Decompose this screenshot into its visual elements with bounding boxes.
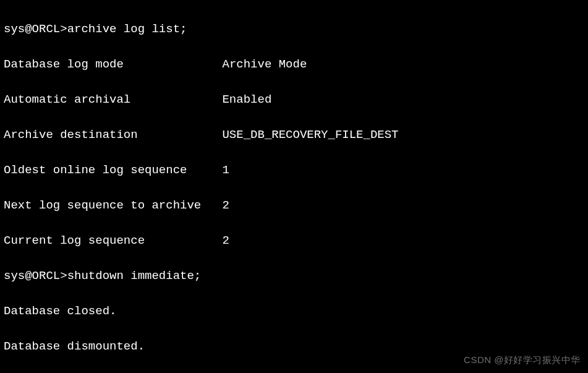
terminal-output[interactable]: sys@ORCL>archive log list; Database log … [4, 2, 584, 373]
command-text: shutdown immediate; [67, 269, 202, 283]
output-label: Database log mode [4, 58, 124, 71]
prompt: sys@ORCL> [4, 269, 67, 283]
output-kv: Next log sequence to archive 2 [4, 197, 584, 215]
output-value: 1 [222, 163, 229, 177]
output-label: Archive destination [4, 128, 138, 142]
command-line-2: sys@ORCL>shutdown immediate; [4, 267, 584, 285]
prompt: sys@ORCL> [4, 22, 67, 36]
command-line-1: sys@ORCL>archive log list; [4, 20, 584, 38]
watermark-text: CSDN @好好学习振兴中华 [464, 353, 581, 367]
output-kv: Database log mode Archive Mode [4, 56, 584, 74]
output-line: Database closed. [4, 302, 584, 320]
output-label: Oldest online log sequence [4, 163, 187, 177]
output-label: Automatic archival [4, 93, 130, 106]
output-kv: Automatic archival Enabled [4, 91, 584, 109]
output-value: 2 [222, 199, 229, 212]
command-text: archive log list; [67, 22, 187, 36]
output-kv: Current log sequence 2 [4, 232, 584, 250]
output-label: Next log sequence to archive [4, 199, 201, 212]
output-kv: Oldest online log sequence 1 [4, 161, 584, 179]
output-value: 2 [222, 234, 229, 247]
output-value: Archive Mode [222, 58, 307, 71]
output-value: USE_DB_RECOVERY_FILE_DEST [222, 128, 398, 142]
output-value: Enabled [222, 93, 271, 106]
output-kv: Archive destination USE_DB_RECOVERY_FILE… [4, 126, 584, 144]
output-label: Current log sequence [4, 234, 145, 247]
